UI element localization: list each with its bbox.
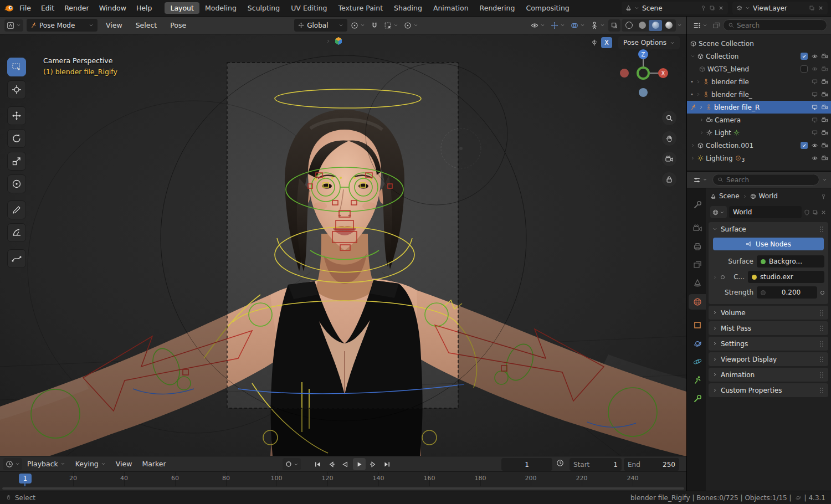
exclude-checkbox[interactable] [801,65,808,73]
panel-grip-icon[interactable] [819,308,824,317]
tab-output[interactable] [689,239,706,254]
pivot-point-dropdown[interactable] [348,19,367,32]
scene-selector[interactable]: Scene [622,2,728,14]
fake-user-shield-icon[interactable] [804,209,810,215]
chevron-right-icon[interactable] [699,105,704,110]
outliner-row-camera[interactable]: Camera [687,114,831,126]
menu-help[interactable]: Help [131,0,157,16]
render-visibility-icon[interactable] [822,66,828,72]
surface-panel-header[interactable]: Surface [709,222,828,236]
properties-search-input[interactable] [726,176,814,184]
outliner-row-collection-001[interactable]: Collection.001 [687,139,831,152]
workspace-tab-modeling[interactable]: Modeling [199,2,242,14]
menu-timeline-view[interactable]: View [111,456,137,471]
shading-wireframe-button[interactable] [622,20,635,31]
color-texture-field[interactable]: studio.exr [748,271,824,283]
close-icon[interactable] [718,5,724,11]
use-preview-range-toggle[interactable] [556,459,564,469]
eye-icon[interactable] [812,53,818,59]
panel-grip-icon[interactable] [819,371,824,379]
tab-render[interactable] [689,220,706,236]
workspace-tab-uv-editing[interactable]: UV Editing [285,2,332,14]
custom-properties-panel-header[interactable]: Custom Properties [709,383,828,397]
render-visibility-icon[interactable] [822,79,828,85]
workspace-tab-rendering[interactable]: Rendering [474,2,521,14]
chevron-right-icon[interactable] [699,117,704,122]
menu-viewport-view[interactable]: View [101,17,127,34]
shading-material-button[interactable] [649,20,662,31]
chevron-right-icon[interactable] [699,130,704,135]
mode-dropdown[interactable]: Pose Mode [27,19,98,32]
workspace-cube-icon[interactable] [334,37,343,45]
gizmos-dropdown[interactable] [548,19,567,32]
snap-toggle[interactable] [368,19,381,32]
outliner-row-wgts[interactable]: WGTS_blend [687,63,831,75]
breadcrumb-scene[interactable]: Scene [719,192,740,200]
navigation-gizmo[interactable]: Z X [617,47,670,100]
menu-playback[interactable]: Playback [22,456,70,471]
workspace-tab-shading[interactable]: Shading [388,2,428,14]
playhead[interactable]: 1 [19,474,32,484]
timeline-editor-type-button[interactable] [3,458,22,470]
monitor-icon[interactable] [812,117,818,123]
chevron-down-icon[interactable] [690,54,695,59]
tool-move[interactable] [7,106,26,125]
breadcrumb-world[interactable]: World [759,192,778,200]
render-visibility-icon[interactable] [822,117,828,123]
workspace-tab-layout[interactable]: Layout [165,2,199,14]
viewport-canvas[interactable] [0,34,686,456]
eye-icon[interactable] [812,142,818,148]
outliner-display-mode[interactable] [691,19,710,32]
settings-panel-header[interactable]: Settings [709,337,828,351]
tool-transform[interactable] [7,174,26,193]
close-icon[interactable] [820,209,827,215]
menu-file[interactable]: File [14,0,36,16]
chevron-right-icon[interactable] [690,143,695,148]
outliner-row-blender-file[interactable]: • blender file [687,75,831,88]
tool-rotate[interactable] [7,129,26,148]
tab-armature-data[interactable] [689,372,706,388]
menu-viewport-select[interactable]: Select [131,17,162,34]
menu-window[interactable]: Window [94,0,131,16]
tool-pose-breakdowner[interactable] [7,249,26,268]
overlays-dropdown[interactable] [568,19,587,32]
panel-grip-icon[interactable] [819,225,824,234]
strength-slider[interactable]: 0.200 [757,286,817,299]
outliner-row-collection[interactable]: Collection [687,50,831,63]
viewport-3d[interactable]: Camera Perspective (1) blender file_Rigi… [0,34,686,456]
pose-display-dropdown[interactable] [588,19,607,32]
workspace-tab-compositing[interactable]: Compositing [520,2,574,14]
proportional-edit-dropdown[interactable] [402,19,420,32]
menu-viewport-pose[interactable]: Pose [165,17,191,34]
xray-toggle[interactable] [608,19,620,32]
workspace-tab-animation[interactable]: Animation [428,2,474,14]
outliner-search-input[interactable] [737,22,822,29]
viewport-display-panel-header[interactable]: Viewport Display [709,352,828,366]
eye-icon[interactable] [812,66,818,72]
outliner-row-blender-file-rigify[interactable]: blender file_R [687,101,831,114]
outliner-row-lighting[interactable]: Lighting 3 [687,152,831,164]
menu-keying[interactable]: Keying [70,456,111,471]
copy-icon[interactable] [709,5,715,11]
eye-icon[interactable] [812,155,818,161]
monitor-icon[interactable] [812,91,818,97]
play-reverse-button[interactable] [339,458,352,470]
tab-scene[interactable] [689,275,706,291]
pan-button[interactable] [662,131,676,146]
render-visibility-icon[interactable] [822,130,828,136]
viewlayer-selector[interactable]: ViewLayer [732,2,828,14]
jump-to-end-button[interactable] [381,458,393,470]
lock-view-button[interactable] [662,172,676,187]
panel-grip-icon[interactable] [819,324,824,333]
properties-search[interactable] [712,174,819,186]
camera-view-button[interactable] [662,152,676,166]
volume-panel-header[interactable]: Volume [709,306,828,320]
blender-logo-icon[interactable] [3,3,14,14]
render-visibility-icon[interactable] [822,142,828,148]
filter-icon[interactable] [712,22,720,29]
workspace-tab-sculpting[interactable]: Sculpting [242,2,285,14]
outliner-search[interactable] [723,19,827,31]
properties-editor-type[interactable] [691,174,710,186]
monitor-icon[interactable] [812,79,818,85]
panel-grip-icon[interactable] [819,355,824,364]
